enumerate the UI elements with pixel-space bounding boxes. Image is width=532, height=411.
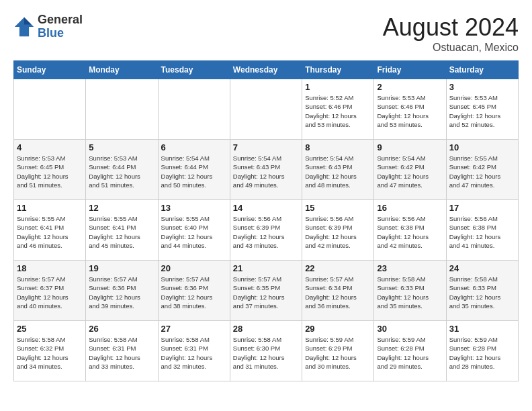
logo: General Blue <box>13 13 83 40</box>
calendar-cell: 12Sunrise: 5:55 AM Sunset: 6:41 PM Dayli… <box>86 200 158 261</box>
calendar-header-row: SundayMondayTuesdayWednesdayThursdayFrid… <box>14 61 519 79</box>
calendar-week-row: 4Sunrise: 5:53 AM Sunset: 6:45 PM Daylig… <box>14 140 519 200</box>
day-number: 27 <box>161 324 227 334</box>
svg-marker-1 <box>24 17 32 25</box>
calendar-cell <box>230 79 302 140</box>
day-info: Sunrise: 5:58 AM Sunset: 6:33 PM Dayligh… <box>377 275 443 310</box>
day-info: Sunrise: 5:52 AM Sunset: 6:46 PM Dayligh… <box>305 93 371 129</box>
calendar-cell: 7Sunrise: 5:54 AM Sunset: 6:43 PM Daylig… <box>230 140 302 200</box>
calendar-week-row: 11Sunrise: 5:55 AM Sunset: 6:41 PM Dayli… <box>14 200 519 261</box>
day-info: Sunrise: 5:58 AM Sunset: 6:30 PM Dayligh… <box>233 335 299 371</box>
day-number: 1 <box>305 82 371 92</box>
calendar-table: SundayMondayTuesdayWednesdayThursdayFrid… <box>13 60 519 381</box>
header-saturday: Saturday <box>446 61 518 79</box>
calendar-cell: 21Sunrise: 5:57 AM Sunset: 6:35 PM Dayli… <box>230 261 302 321</box>
calendar-cell: 13Sunrise: 5:55 AM Sunset: 6:40 PM Dayli… <box>158 200 230 261</box>
day-number: 23 <box>377 263 443 273</box>
header-sunday: Sunday <box>14 61 86 79</box>
day-info: Sunrise: 5:56 AM Sunset: 6:38 PM Dayligh… <box>449 214 515 250</box>
location-subtitle: Ostuacan, Mexico <box>383 42 519 54</box>
header-tuesday: Tuesday <box>158 61 230 79</box>
calendar-cell: 24Sunrise: 5:58 AM Sunset: 6:33 PM Dayli… <box>446 261 518 321</box>
calendar-cell: 27Sunrise: 5:58 AM Sunset: 6:31 PM Dayli… <box>158 321 230 381</box>
day-number: 22 <box>305 263 371 273</box>
calendar-cell: 5Sunrise: 5:53 AM Sunset: 6:44 PM Daylig… <box>86 140 158 200</box>
calendar-cell: 10Sunrise: 5:55 AM Sunset: 6:42 PM Dayli… <box>446 140 518 200</box>
day-info: Sunrise: 5:59 AM Sunset: 6:29 PM Dayligh… <box>305 335 371 371</box>
calendar-cell <box>86 79 158 140</box>
calendar-cell: 15Sunrise: 5:56 AM Sunset: 6:39 PM Dayli… <box>302 200 374 261</box>
calendar-week-row: 1Sunrise: 5:52 AM Sunset: 6:46 PM Daylig… <box>14 79 519 140</box>
day-info: Sunrise: 5:55 AM Sunset: 6:40 PM Dayligh… <box>161 214 227 250</box>
calendar-cell: 28Sunrise: 5:58 AM Sunset: 6:30 PM Dayli… <box>230 321 302 381</box>
day-number: 28 <box>233 324 299 334</box>
day-number: 20 <box>161 263 227 273</box>
day-number: 18 <box>17 263 83 273</box>
calendar-cell: 23Sunrise: 5:58 AM Sunset: 6:33 PM Dayli… <box>374 261 446 321</box>
calendar-cell: 20Sunrise: 5:57 AM Sunset: 6:36 PM Dayli… <box>158 261 230 321</box>
day-number: 4 <box>17 142 83 152</box>
calendar-cell: 31Sunrise: 5:59 AM Sunset: 6:28 PM Dayli… <box>446 321 518 381</box>
calendar-cell: 16Sunrise: 5:56 AM Sunset: 6:38 PM Dayli… <box>374 200 446 261</box>
day-number: 7 <box>233 142 299 152</box>
day-info: Sunrise: 5:58 AM Sunset: 6:33 PM Dayligh… <box>449 275 515 310</box>
calendar-cell: 26Sunrise: 5:58 AM Sunset: 6:31 PM Dayli… <box>86 321 158 381</box>
header-wednesday: Wednesday <box>230 61 302 79</box>
day-info: Sunrise: 5:53 AM Sunset: 6:46 PM Dayligh… <box>377 93 443 129</box>
day-info: Sunrise: 5:58 AM Sunset: 6:31 PM Dayligh… <box>89 335 154 371</box>
calendar-cell: 2Sunrise: 5:53 AM Sunset: 6:46 PM Daylig… <box>374 79 446 140</box>
calendar-cell: 19Sunrise: 5:57 AM Sunset: 6:36 PM Dayli… <box>86 261 158 321</box>
day-number: 25 <box>17 324 83 334</box>
calendar-cell: 30Sunrise: 5:59 AM Sunset: 6:28 PM Dayli… <box>374 321 446 381</box>
day-info: Sunrise: 5:56 AM Sunset: 6:39 PM Dayligh… <box>305 214 371 250</box>
calendar-cell: 4Sunrise: 5:53 AM Sunset: 6:45 PM Daylig… <box>14 140 86 200</box>
day-number: 12 <box>89 203 154 213</box>
day-number: 21 <box>233 263 299 273</box>
day-info: Sunrise: 5:55 AM Sunset: 6:41 PM Dayligh… <box>17 214 83 250</box>
day-info: Sunrise: 5:54 AM Sunset: 6:43 PM Dayligh… <box>233 154 299 189</box>
day-info: Sunrise: 5:54 AM Sunset: 6:43 PM Dayligh… <box>305 154 371 189</box>
day-info: Sunrise: 5:54 AM Sunset: 6:42 PM Dayligh… <box>377 154 443 189</box>
day-number: 3 <box>449 82 515 92</box>
header-friday: Friday <box>374 61 446 79</box>
day-info: Sunrise: 5:55 AM Sunset: 6:42 PM Dayligh… <box>449 154 515 189</box>
calendar-cell: 18Sunrise: 5:57 AM Sunset: 6:37 PM Dayli… <box>14 261 86 321</box>
calendar-cell: 11Sunrise: 5:55 AM Sunset: 6:41 PM Dayli… <box>14 200 86 261</box>
day-info: Sunrise: 5:57 AM Sunset: 6:36 PM Dayligh… <box>161 275 227 310</box>
month-year-title: August 2024 <box>383 13 519 42</box>
day-number: 16 <box>377 203 443 213</box>
calendar-cell: 1Sunrise: 5:52 AM Sunset: 6:46 PM Daylig… <box>302 79 374 140</box>
day-number: 17 <box>449 203 515 213</box>
day-info: Sunrise: 5:58 AM Sunset: 6:32 PM Dayligh… <box>17 335 83 371</box>
day-info: Sunrise: 5:53 AM Sunset: 6:45 PM Dayligh… <box>17 154 83 189</box>
day-number: 9 <box>377 142 443 152</box>
title-block: August 2024 Ostuacan, Mexico <box>383 13 519 54</box>
day-info: Sunrise: 5:54 AM Sunset: 6:44 PM Dayligh… <box>161 154 227 189</box>
calendar-cell: 14Sunrise: 5:56 AM Sunset: 6:39 PM Dayli… <box>230 200 302 261</box>
calendar-week-row: 18Sunrise: 5:57 AM Sunset: 6:37 PM Dayli… <box>14 261 519 321</box>
day-info: Sunrise: 5:59 AM Sunset: 6:28 PM Dayligh… <box>449 335 515 371</box>
calendar-cell: 8Sunrise: 5:54 AM Sunset: 6:43 PM Daylig… <box>302 140 374 200</box>
day-info: Sunrise: 5:57 AM Sunset: 6:37 PM Dayligh… <box>17 275 83 310</box>
day-number: 13 <box>161 203 227 213</box>
day-number: 14 <box>233 203 299 213</box>
logo-blue-text: Blue <box>38 26 64 40</box>
calendar-cell: 22Sunrise: 5:57 AM Sunset: 6:34 PM Dayli… <box>302 261 374 321</box>
day-info: Sunrise: 5:53 AM Sunset: 6:44 PM Dayligh… <box>89 154 154 189</box>
calendar-cell: 17Sunrise: 5:56 AM Sunset: 6:38 PM Dayli… <box>446 200 518 261</box>
day-number: 10 <box>449 142 515 152</box>
day-info: Sunrise: 5:57 AM Sunset: 6:34 PM Dayligh… <box>305 275 371 310</box>
calendar-week-row: 25Sunrise: 5:58 AM Sunset: 6:32 PM Dayli… <box>14 321 519 381</box>
logo-general-text: General <box>38 13 83 26</box>
calendar-cell: 25Sunrise: 5:58 AM Sunset: 6:32 PM Dayli… <box>14 321 86 381</box>
day-number: 30 <box>377 324 443 334</box>
calendar-cell: 6Sunrise: 5:54 AM Sunset: 6:44 PM Daylig… <box>158 140 230 200</box>
logo-icon <box>13 16 35 38</box>
day-number: 24 <box>449 263 515 273</box>
day-number: 6 <box>161 142 227 152</box>
day-number: 5 <box>89 142 154 152</box>
day-info: Sunrise: 5:58 AM Sunset: 6:31 PM Dayligh… <box>161 335 227 371</box>
day-info: Sunrise: 5:55 AM Sunset: 6:41 PM Dayligh… <box>89 214 154 250</box>
day-number: 8 <box>305 142 371 152</box>
day-info: Sunrise: 5:59 AM Sunset: 6:28 PM Dayligh… <box>377 335 443 371</box>
